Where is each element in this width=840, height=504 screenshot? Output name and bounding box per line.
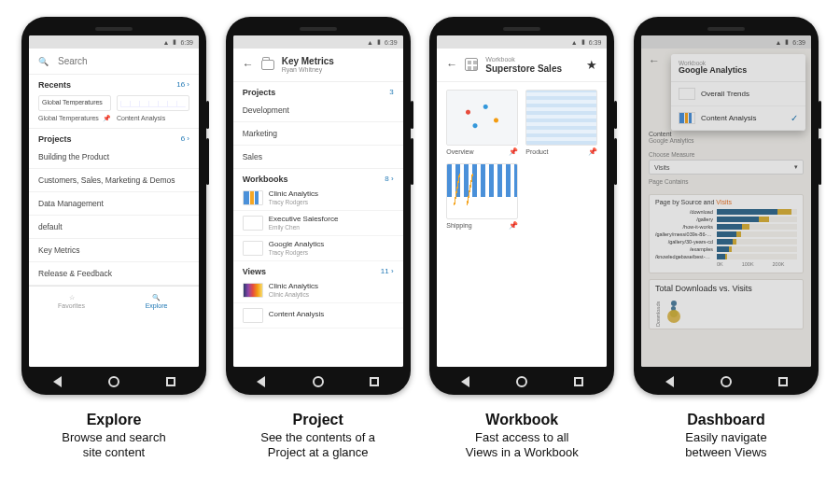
view-row[interactable]: Clinic AnalyticsClinic Analytics [233,278,403,303]
section-title: Workbooks [243,175,288,184]
option-label: Overall Trends [701,90,798,98]
project-row[interactable]: Customers, Sales, Marketing & Demos [29,169,199,192]
phone-frame: ▲ ▮ 6:39 ← Key Metrics Ryan Whitney Pr [226,17,411,395]
recent-card[interactable] [117,95,189,111]
nav-home[interactable] [312,375,325,388]
workbook-row[interactable]: Clinic AnalyticsTracy Rodgers [233,186,403,211]
favorite-star-icon[interactable]: ★ [586,58,597,72]
workbook-owner: Tracy Rodgers [269,199,318,205]
project-titleblock: Key Metrics Ryan Whitney [282,56,334,74]
hbar-row: /gallery/messi039s-86-goals [655,231,797,237]
nav-back[interactable] [255,375,268,388]
views-header[interactable]: Views 11 › [233,261,403,278]
caption-line: Views in a Workbook [466,445,579,460]
caption-project: Project See the contents of a Project at… [260,412,375,461]
screen-dashboard: ▲ ▮ 6:39 ← Workbook Google Analytics [641,35,811,367]
nav-recents[interactable] [777,375,790,388]
pin-icon[interactable]: 📌 [509,221,518,230]
search-icon: 🔍 [38,57,49,66]
nav-home[interactable] [515,375,528,388]
caption-explore: Explore Browse and search site content [62,412,165,461]
nav-recents[interactable] [368,375,381,388]
pin-icon[interactable]: 📌 [509,147,518,156]
nav-home[interactable] [720,375,733,388]
hbar-label: /download [655,209,713,215]
android-statusbar: ▲ ▮ 6:39 [233,35,403,49]
section-title: Views [243,267,266,276]
popover-title: Google Analytics [679,66,798,76]
phone-frame: ▲ ▮ 6:39 ← Workbook Google Analytics [634,17,819,395]
hbar-highlight [736,231,741,237]
hbar-track [717,239,797,245]
subproject-row[interactable]: Marketing [233,122,403,146]
hbar-track [717,209,797,215]
caption-line: Easily navigate [685,430,766,445]
hbar-row: /download [655,209,797,215]
back-icon[interactable]: ← [446,58,457,71]
pin-icon: 📌 [101,115,111,121]
workbook-titleblock: Workbook Superstore Sales [485,56,562,74]
view-label: Overview [446,148,473,155]
caption-line: See the contents of a [260,430,375,445]
hbar-label: /gallery/30-years-cd [655,239,713,245]
nav-recents[interactable] [572,375,585,388]
measure-select[interactable]: Visits ▾ [649,160,804,175]
view-card[interactable]: Shipping📌 [446,163,518,230]
x-axis: 0K 100K 200K [655,261,797,267]
subproject-row[interactable]: Sales [233,146,403,169]
nav-recents[interactable] [164,375,177,388]
view-card[interactable]: Overview📌 [446,90,518,156]
pin-icon[interactable]: 📌 [588,147,597,156]
popover-option[interactable]: Content Analysis ✓ [671,106,805,131]
caption-line: Browse and search [62,430,165,445]
hbar-label: /gallery/messi039s-86-goals [655,231,713,237]
crumb-sub: Google Analytics [649,137,693,144]
back-icon[interactable]: ← [649,54,660,67]
tab-explore[interactable]: 🔍 Explore [114,287,199,315]
hbar-row: /how-it-works [655,224,797,230]
subproject-row[interactable]: Development [233,99,403,122]
popover-option[interactable]: Overall Trends [671,82,805,106]
view-thumb-crosstab [525,90,597,146]
workbook-row[interactable]: Executive SalesforceEmily Chen [233,211,403,236]
project-row[interactable]: default [29,216,199,239]
caption-line: Fast access to all [466,430,579,445]
nav-back[interactable] [663,375,676,388]
recent-card[interactable]: Global Temperatures [38,95,111,111]
project-row[interactable]: Building the Product [29,146,199,169]
hbar-highlight [742,224,749,230]
search-row[interactable]: 🔍 [29,49,199,75]
view-card[interactable]: Product📌 [525,90,597,156]
nav-home[interactable] [107,375,120,388]
project-row[interactable]: Key Metrics [29,239,199,262]
search-input[interactable] [58,56,189,66]
android-navbar [233,370,403,394]
star-icon: ☆ [69,294,75,301]
project-row[interactable]: Release & Feedback [29,262,199,286]
recents-header[interactable]: Recents 16 › [29,75,199,91]
battery-icon: ▮ [377,38,381,46]
recents-cards: Global Temperatures [29,91,199,113]
tab-favorites[interactable]: ☆ Favorites [29,287,114,315]
phone-frame: ▲ ▮ 6:39 ← Workbook Superstore Sales ★ [429,17,614,395]
option-thumb [679,112,695,124]
caption-heading: Workbook [466,412,579,428]
recent-label[interactable]: Content Analysis [117,115,189,122]
view-row[interactable]: Content Analysis [233,303,403,329]
phone-speaker [707,27,745,31]
recents-labels: Global Temperatures 📌 Content Analysis [29,113,199,129]
nav-back[interactable] [459,375,472,388]
workbooks-header[interactable]: Workbooks 8 › [233,169,403,186]
project-row[interactable]: Data Management [29,192,199,216]
back-icon[interactable]: ← [243,58,254,71]
recent-label[interactable]: Global Temperatures 📌 [38,115,111,122]
projects-header[interactable]: Projects 6 › [29,129,199,146]
workbook-row[interactable]: Google AnalyticsTracy Rodgers [233,236,403,261]
android-statusbar: ▲ ▮ 6:39 [437,35,607,49]
projects-header[interactable]: Projects 3 [233,82,403,99]
status-time: 6:39 [385,39,398,46]
crumb-label: Content [649,131,672,137]
nav-back[interactable] [50,375,63,388]
workbook-thumb [243,241,263,256]
workbook-content: ← Workbook Superstore Sales ★ Overview📌 [437,49,607,367]
